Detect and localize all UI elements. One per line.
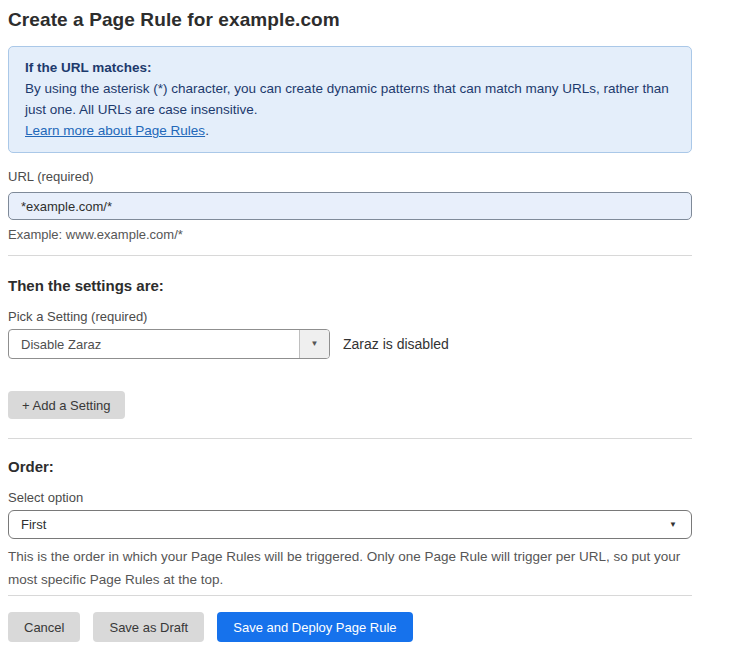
setting-status-text: Zaraz is disabled: [343, 336, 449, 352]
divider: [8, 595, 692, 596]
link-period: .: [205, 123, 209, 138]
divider: [8, 255, 692, 256]
order-section-heading: Order:: [8, 458, 692, 475]
settings-section-heading: Then the settings are:: [8, 277, 692, 294]
url-field-label: URL (required): [8, 169, 692, 184]
divider: [8, 438, 692, 439]
save-and-deploy-button[interactable]: Save and Deploy Page Rule: [217, 612, 412, 642]
info-box-body: By using the asterisk (*) character, you…: [25, 78, 675, 120]
url-input[interactable]: [8, 192, 692, 220]
url-example-text: Example: www.example.com/*: [8, 227, 692, 242]
form-actions: Cancel Save as Draft Save and Deploy Pag…: [8, 612, 692, 642]
page-rule-form: Create a Page Rule for example.com If th…: [0, 0, 692, 642]
page-title: Create a Page Rule for example.com: [8, 9, 692, 31]
save-as-draft-button[interactable]: Save as Draft: [93, 612, 204, 642]
url-match-info-box: If the URL matches: By using the asteris…: [8, 46, 692, 153]
setting-select-arrow-button[interactable]: ▼: [299, 330, 329, 358]
info-box-heading: If the URL matches:: [25, 57, 675, 78]
order-select-value: First: [21, 517, 46, 532]
setting-select[interactable]: Disable Zaraz ▼: [8, 329, 330, 359]
learn-more-link[interactable]: Learn more about Page Rules: [25, 123, 205, 138]
chevron-down-icon: ▼: [311, 340, 319, 348]
order-select-label: Select option: [8, 490, 692, 505]
setting-row: Disable Zaraz ▼ Zaraz is disabled: [8, 329, 692, 359]
chevron-down-icon: ▼: [669, 521, 677, 529]
pick-setting-label: Pick a Setting (required): [8, 309, 692, 324]
info-box-link-line: Learn more about Page Rules.: [25, 120, 675, 141]
order-description: This is the order in which your Page Rul…: [8, 545, 692, 591]
add-setting-button[interactable]: + Add a Setting: [8, 391, 125, 419]
setting-select-value: Disable Zaraz: [9, 330, 299, 358]
order-select[interactable]: First ▼: [8, 510, 692, 539]
cancel-button[interactable]: Cancel: [8, 612, 80, 642]
